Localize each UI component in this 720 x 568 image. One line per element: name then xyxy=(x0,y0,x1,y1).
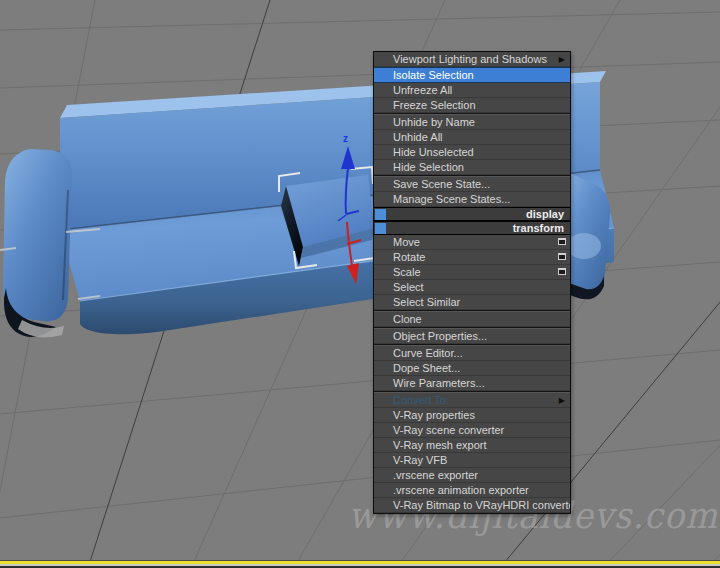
viewport-scene[interactable]: z xyxy=(0,0,720,568)
menu-item-unfreeze-all[interactable]: Unfreeze All xyxy=(374,83,570,98)
menu-item-manage-scene-states[interactable]: Manage Scene States... xyxy=(374,192,570,207)
quadrant-title-transform[interactable]: transform xyxy=(374,221,570,235)
menu-item-move[interactable]: Move xyxy=(374,235,570,250)
menu-item-dope-sheet[interactable]: Dope Sheet... xyxy=(374,361,570,376)
menu-item-freeze-selection[interactable]: Freeze Selection xyxy=(374,98,570,113)
active-viewport-border xyxy=(0,560,720,568)
menu-item-clone[interactable]: Clone xyxy=(374,312,570,327)
menu-item-hide-unselected[interactable]: Hide Unselected xyxy=(374,145,570,160)
menu-item-vray-bitmap-converter[interactable]: V-Ray Bitmap to VRayHDRI converter xyxy=(374,498,570,513)
context-menu: Viewport Lighting and Shadows ▶ Isolate … xyxy=(373,51,571,514)
quadrant-title-display[interactable]: display xyxy=(374,207,570,221)
settings-box-icon[interactable] xyxy=(558,238,566,245)
menu-item-select-similar[interactable]: Select Similar xyxy=(374,295,570,310)
menu-item-unhide-all[interactable]: Unhide All xyxy=(374,130,570,145)
menu-item-viewport-lighting[interactable]: Viewport Lighting and Shadows ▶ xyxy=(374,52,570,67)
settings-box-icon[interactable] xyxy=(558,253,566,260)
right-armrest-highlight xyxy=(567,233,601,259)
quadrant-square-icon xyxy=(375,209,386,220)
menu-item-convert-to[interactable]: Convert To: ▶ xyxy=(374,393,570,408)
submenu-arrow-icon: ▶ xyxy=(559,393,565,408)
menu-item-save-scene-state[interactable]: Save Scene State... xyxy=(374,177,570,192)
menu-item-select[interactable]: Select xyxy=(374,280,570,295)
menu-item-vray-properties[interactable]: V-Ray properties xyxy=(374,408,570,423)
menu-item-vray-vfb[interactable]: V-Ray VFB xyxy=(374,453,570,468)
left-armrest xyxy=(3,149,72,321)
settings-box-icon[interactable] xyxy=(558,268,566,275)
quadrant-square-icon xyxy=(375,223,386,234)
menu-item-object-properties[interactable]: Object Properties... xyxy=(374,329,570,344)
menu-item-rotate[interactable]: Rotate xyxy=(374,250,570,265)
menu-item-curve-editor[interactable]: Curve Editor... xyxy=(374,346,570,361)
menu-item-hide-selection[interactable]: Hide Selection xyxy=(374,160,570,175)
menu-item-unhide-by-name[interactable]: Unhide by Name xyxy=(374,115,570,130)
menu-item-scale[interactable]: Scale xyxy=(374,265,570,280)
menu-item-vrscene-exporter[interactable]: .vrscene exporter xyxy=(374,468,570,483)
submenu-arrow-icon: ▶ xyxy=(559,52,565,67)
menu-item-vrscene-animation-exporter[interactable]: .vrscene animation exporter xyxy=(374,483,570,498)
menu-item-vray-scene-converter[interactable]: V-Ray scene converter xyxy=(374,423,570,438)
menu-item-isolate-selection[interactable]: Isolate Selection xyxy=(374,67,570,83)
3dsmax-viewport[interactable]: z www.dijitaldevs.com Viewport Lighting … xyxy=(0,0,720,568)
z-axis-label: z xyxy=(343,133,348,144)
menu-item-vray-mesh-export[interactable]: V-Ray mesh export xyxy=(374,438,570,453)
menu-item-wire-parameters[interactable]: Wire Parameters... xyxy=(374,376,570,391)
